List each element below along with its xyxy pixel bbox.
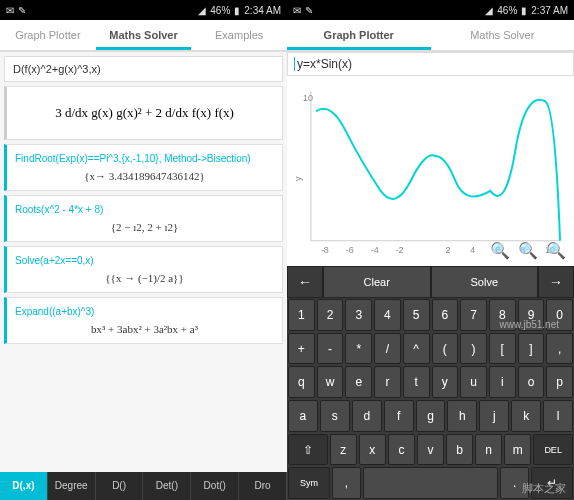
tab-maths-solver[interactable]: Maths Solver [96, 20, 192, 50]
function-input[interactable]: y=x*Sin(x) [287, 52, 574, 76]
solve-button[interactable]: Solve [431, 266, 539, 298]
tab-maths-solver[interactable]: Maths Solver [431, 20, 575, 50]
fn-d-x[interactable]: D(,x) [0, 472, 48, 500]
signal-icon: ◢ [485, 5, 493, 16]
key-4[interactable]: 4 [374, 299, 401, 331]
key-][interactable]: ] [518, 333, 545, 365]
left-screenshot: ✉ ✎ ◢ 46% ▮ 2:34 AM Graph Plotter Maths … [0, 0, 287, 500]
result-card: 3 d/dx g(x) g(x)² + 2 d/dx f(x) f(x) [4, 86, 283, 140]
key-s[interactable]: s [320, 400, 350, 432]
key-+[interactable]: + [288, 333, 315, 365]
key-1[interactable]: 1 [288, 299, 315, 331]
arrow-left-button[interactable]: ← [287, 266, 323, 298]
graph-canvas[interactable]: 10 y -8 -6 -4 -2 2 4 6 8 10 🔍 🔍 🔍 [287, 76, 574, 266]
key-6[interactable]: 6 [432, 299, 459, 331]
fn-dro[interactable]: Dro [239, 472, 287, 500]
expression-input[interactable]: D(f(x)^2+g(x)^3,x) [4, 56, 283, 82]
key-⇧[interactable]: ⇧ [288, 434, 328, 466]
plot-svg: 10 y -8 -6 -4 -2 2 4 6 8 10 [291, 80, 570, 262]
key-r[interactable]: r [374, 366, 401, 398]
watermark-url: www.jb51.net [500, 319, 559, 330]
fn-d[interactable]: D() [96, 472, 144, 500]
fn-dot[interactable]: Dot() [191, 472, 239, 500]
key-n[interactable]: n [475, 434, 502, 466]
tab-examples[interactable]: Examples [191, 20, 287, 50]
key-p[interactable]: p [546, 366, 573, 398]
solver-content: D(f(x)^2+g(x)^3,x) 3 d/dx g(x) g(x)² + 2… [0, 52, 287, 472]
zoom-out-icon[interactable]: 🔍 [518, 241, 538, 260]
watermark-cn: 脚本之家 [522, 481, 566, 496]
key-e[interactable]: e [345, 366, 372, 398]
key-o[interactable]: o [518, 366, 545, 398]
key-space[interactable] [363, 467, 499, 499]
tab-graph-plotter[interactable]: Graph Plotter [287, 20, 431, 50]
battery-label: 46% [210, 5, 230, 16]
key-y[interactable]: y [432, 366, 459, 398]
key-[[interactable]: [ [489, 333, 516, 365]
battery-icon: ▮ [234, 5, 240, 16]
key-comma[interactable]: , [332, 467, 361, 499]
key-5[interactable]: 5 [403, 299, 430, 331]
arrow-right-button[interactable]: → [538, 266, 574, 298]
tab-bar: Graph Plotter Maths Solver [287, 20, 574, 52]
card-output: {{x → (−1)/2 a}} [15, 272, 274, 284]
key-c[interactable]: c [388, 434, 415, 466]
battery-label: 46% [497, 5, 517, 16]
example-card-3[interactable]: Expand((a+bx)^3) bx³ + 3abx² + 3a²bx + a… [4, 297, 283, 344]
key-u[interactable]: u [460, 366, 487, 398]
key-*[interactable]: * [345, 333, 372, 365]
key-z[interactable]: z [330, 434, 357, 466]
key-w[interactable]: w [317, 366, 344, 398]
card-input: Expand((a+bx)^3) [15, 306, 274, 317]
tab-bar: Graph Plotter Maths Solver Examples [0, 20, 287, 52]
key-del[interactable]: DEL [533, 434, 573, 466]
key-q[interactable]: q [288, 366, 315, 398]
key-,[interactable]: , [546, 333, 573, 365]
key-x[interactable]: x [359, 434, 386, 466]
svg-text:-8: -8 [321, 245, 329, 255]
example-card-1[interactable]: Roots(x^2 - 4*x + 8) {2 − ı2, 2 + ı2} [4, 195, 283, 242]
status-bar: ✉ ✎ ◢ 46% ▮ 2:34 AM [0, 0, 287, 20]
key-f[interactable]: f [384, 400, 414, 432]
key--[interactable]: - [317, 333, 344, 365]
zoom-in-icon[interactable]: 🔍 [490, 241, 510, 260]
key-m[interactable]: m [504, 434, 531, 466]
key-h[interactable]: h [447, 400, 477, 432]
key-sym[interactable]: Sym [288, 467, 330, 499]
svg-text:-4: -4 [371, 245, 379, 255]
key-)[interactable]: ) [460, 333, 487, 365]
key-v[interactable]: v [417, 434, 444, 466]
card-input: Solve(a+2x==0,x) [15, 255, 274, 266]
signal-icon: ◢ [198, 5, 206, 16]
edit-icon: ✎ [305, 5, 313, 16]
key-2[interactable]: 2 [317, 299, 344, 331]
formula-output: 3 d/dx g(x) g(x)² + 2 d/dx f(x) f(x) [15, 95, 274, 131]
key-l[interactable]: l [543, 400, 573, 432]
key-d[interactable]: d [352, 400, 382, 432]
key-^[interactable]: ^ [403, 333, 430, 365]
key-a[interactable]: a [288, 400, 318, 432]
key-b[interactable]: b [446, 434, 473, 466]
key-k[interactable]: k [511, 400, 541, 432]
key-j[interactable]: j [479, 400, 509, 432]
fn-degree[interactable]: Degree [48, 472, 96, 500]
key-3[interactable]: 3 [345, 299, 372, 331]
example-card-2[interactable]: Solve(a+2x==0,x) {{x → (−1)/2 a}} [4, 246, 283, 293]
keyboard: ← Clear Solve → 1234567890+-*/^()[],qwer… [287, 266, 574, 500]
example-card-0[interactable]: FindRoot(Exp(x)==Pi^3,{x,-1,10}, Method-… [4, 144, 283, 191]
status-bar: ✉ ✎ ◢ 46% ▮ 2:37 AM [287, 0, 574, 20]
key-([interactable]: ( [432, 333, 459, 365]
tab-graph-plotter[interactable]: Graph Plotter [0, 20, 96, 50]
key-i[interactable]: i [489, 366, 516, 398]
keyboard-toolbar: ← Clear Solve → [287, 266, 574, 298]
key-t[interactable]: t [403, 366, 430, 398]
key-g[interactable]: g [416, 400, 446, 432]
function-text: y=x*Sin(x) [297, 57, 352, 71]
fn-det[interactable]: Det() [143, 472, 191, 500]
key-7[interactable]: 7 [460, 299, 487, 331]
mail-icon: ✉ [6, 5, 14, 16]
text-cursor [294, 57, 295, 71]
clear-button[interactable]: Clear [323, 266, 431, 298]
zoom-fit-icon[interactable]: 🔍 [546, 241, 566, 260]
key-/[interactable]: / [374, 333, 401, 365]
